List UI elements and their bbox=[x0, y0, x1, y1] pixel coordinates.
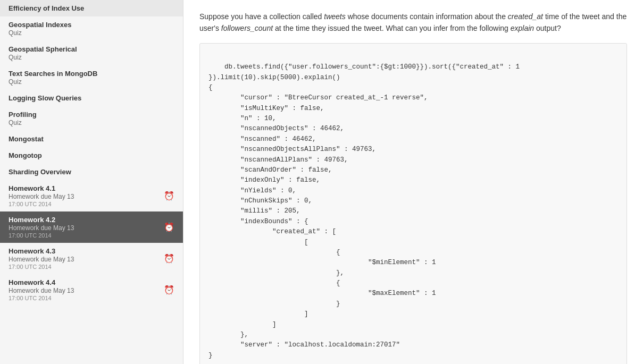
intro-text-before-tweet: Suppose you have a collection called bbox=[199, 12, 324, 21]
alarm-icon-homework-4-2: ⏰ bbox=[164, 222, 174, 232]
sidebar-item-text-searches[interactable]: Text Searches in MongoDBQuiz bbox=[0, 65, 183, 90]
sidebar-item-subtitle-geospatial-spherical: Quiz bbox=[9, 54, 174, 61]
intro-paragraph: Suppose you have a collection called twe… bbox=[199, 11, 627, 35]
sidebar-item-efficiency-of-index-use[interactable]: Efficiency of Index Use bbox=[0, 0, 183, 16]
sidebar-item-mongostat[interactable]: Mongostat bbox=[0, 131, 183, 147]
sidebar-item-title-logging-slow-queries: Logging Slow Queries bbox=[9, 94, 174, 102]
sidebar-item-info-homework-4-3: Homework 4.3Homework due May 1317:00 UTC… bbox=[9, 247, 160, 270]
sidebar-item-title-mongotop: Mongotop bbox=[9, 151, 174, 159]
sidebar-item-homework-4-2[interactable]: Homework 4.2Homework due May 1317:00 UTC… bbox=[0, 211, 183, 243]
sidebar-item-title-homework-4-4: Homework 4.4 bbox=[9, 278, 160, 286]
sidebar-item-geospatial-indexes[interactable]: Geospatial IndexesQuiz bbox=[0, 16, 183, 41]
sidebar-item-sharding-overview[interactable]: Sharding Overview bbox=[0, 164, 183, 180]
alarm-icon-homework-4-4: ⏰ bbox=[164, 285, 174, 295]
sidebar-item-geospatial-spherical[interactable]: Geospatial SphericalQuiz bbox=[0, 41, 183, 65]
sidebar-item-title-geospatial-indexes: Geospatial Indexes bbox=[9, 21, 174, 29]
sidebar-item-logging-slow-queries[interactable]: Logging Slow Queries bbox=[0, 90, 183, 106]
sidebar-item-title-homework-4-1: Homework 4.1 bbox=[9, 184, 160, 192]
sidebar-item-info-homework-4-2: Homework 4.2Homework due May 1317:00 UTC… bbox=[9, 216, 160, 239]
sidebar-item-subtitle-homework-4-2: Homework due May 13 bbox=[9, 224, 160, 232]
code-block: db.tweets.find({"user.followers_count":{… bbox=[199, 43, 627, 364]
sidebar-item-subtitle-geospatial-indexes: Quiz bbox=[9, 29, 174, 37]
sidebar-item-subtitle-text-searches: Quiz bbox=[9, 78, 174, 86]
sidebar-item-title-homework-4-3: Homework 4.3 bbox=[9, 247, 160, 255]
explain-word: explain bbox=[511, 24, 534, 32]
sidebar-item-profiling[interactable]: ProfilingQuiz bbox=[0, 106, 183, 131]
intro-text-after-tweet: whose documents contain information abou… bbox=[346, 12, 508, 21]
intro-text-after-followers: at the time they issued the tweet. What … bbox=[273, 24, 511, 32]
sidebar-item-title-sharding-overview: Sharding Overview bbox=[9, 168, 174, 176]
alarm-icon-homework-4-3: ⏰ bbox=[164, 253, 174, 264]
created-at-word: created_at bbox=[508, 12, 543, 21]
sidebar-item-homework-4-3[interactable]: Homework 4.3Homework due May 1317:00 UTC… bbox=[0, 243, 183, 274]
sidebar-item-title-homework-4-2: Homework 4.2 bbox=[9, 216, 160, 224]
sidebar-item-subtitle-profiling: Quiz bbox=[9, 119, 174, 126]
sidebar-item-subtitle-homework-4-4: Homework due May 13 bbox=[9, 287, 160, 294]
sidebar-item-subtitle-homework-4-3: Homework due May 13 bbox=[9, 256, 160, 263]
main-content: Suppose you have a collection called twe… bbox=[183, 0, 643, 364]
sidebar-item-mongotop[interactable]: Mongotop bbox=[0, 147, 183, 164]
sidebar: Efficiency of Index UseGeospatial Indexe… bbox=[0, 0, 183, 364]
sidebar-item-meta-homework-4-2: 17:00 UTC 2014 bbox=[9, 232, 160, 239]
sidebar-item-info-homework-4-1: Homework 4.1Homework due May 1317:00 UTC… bbox=[9, 184, 160, 207]
sidebar-item-title-profiling: Profiling bbox=[9, 111, 174, 118]
code-content: db.tweets.find({"user.followers_count":{… bbox=[208, 63, 520, 359]
sidebar-item-meta-homework-4-1: 17:00 UTC 2014 bbox=[9, 201, 160, 207]
sidebar-item-homework-4-4[interactable]: Homework 4.4Homework due May 1317:00 UTC… bbox=[0, 274, 183, 306]
sidebar-item-homework-4-1[interactable]: Homework 4.1Homework due May 1317:00 UTC… bbox=[0, 180, 183, 211]
tweet-word: tweets bbox=[324, 12, 345, 21]
sidebar-item-subtitle-homework-4-1: Homework due May 13 bbox=[9, 193, 160, 200]
sidebar-item-title-mongostat: Mongostat bbox=[9, 135, 174, 143]
sidebar-item-meta-homework-4-4: 17:00 UTC 2014 bbox=[9, 295, 160, 301]
followers-count-word: followers_count bbox=[221, 24, 273, 32]
sidebar-item-meta-homework-4-3: 17:00 UTC 2014 bbox=[9, 264, 160, 270]
sidebar-item-info-homework-4-4: Homework 4.4Homework due May 1317:00 UTC… bbox=[9, 278, 160, 301]
intro-text-end: output? bbox=[534, 24, 561, 32]
sidebar-item-title-text-searches: Text Searches in MongoDB bbox=[9, 70, 174, 78]
sidebar-item-title-efficiency-of-index-use: Efficiency of Index Use bbox=[9, 4, 174, 12]
sidebar-item-title-geospatial-spherical: Geospatial Spherical bbox=[9, 45, 174, 53]
alarm-icon-homework-4-1: ⏰ bbox=[164, 191, 174, 201]
